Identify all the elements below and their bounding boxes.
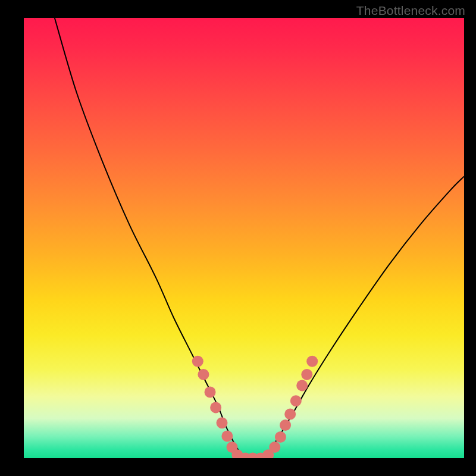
data-dot — [290, 395, 302, 406]
data-dot — [217, 417, 228, 428]
data-dot — [301, 369, 312, 380]
chart-frame: TheBottleneck.com — [0, 0, 476, 476]
right-curve-path — [270, 176, 464, 449]
data-dot — [280, 419, 291, 431]
data-dot — [221, 431, 233, 442]
dots-group — [192, 356, 318, 458]
data-dot — [205, 387, 216, 398]
data-dot — [275, 431, 286, 443]
data-dot — [296, 380, 308, 391]
data-dot — [210, 402, 221, 413]
data-dot — [192, 356, 203, 367]
data-dot — [198, 369, 209, 380]
watermark-text: TheBottleneck.com — [356, 4, 465, 18]
data-dot — [269, 441, 280, 453]
data-dot — [284, 409, 296, 420]
data-dot — [306, 356, 318, 367]
plot-area — [24, 18, 464, 458]
curve-layer — [24, 18, 464, 458]
